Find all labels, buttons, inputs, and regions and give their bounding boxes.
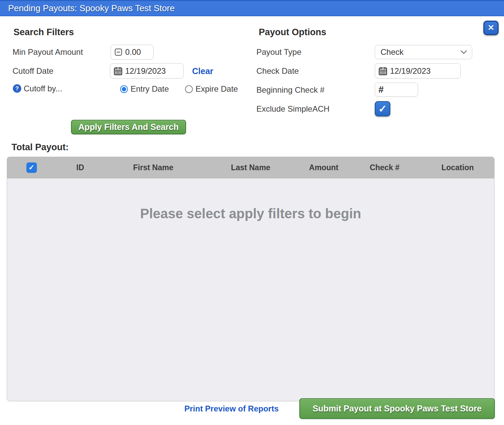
check-date-input-box[interactable] [375,63,461,79]
table-body: Please select apply filters to begin [7,178,494,401]
payout-options-heading: Payout Options [259,27,326,38]
hash-icon: # [379,85,384,95]
cutoff-by-label: Cutoff by... [24,84,62,93]
help-icon[interactable]: ? [13,84,21,93]
close-button[interactable]: ✕ [483,21,499,35]
title-bar: Pending Payouts: Spooky Paws Test Store [0,0,504,16]
select-all-checkbox[interactable]: ✓ [26,162,37,173]
submit-payout-button[interactable]: Submit Payout at Spooky Paws Test Store [299,398,495,419]
cutoff-date-label: Cutoff Date [13,66,53,76]
beginning-check-input-box[interactable]: # [375,83,418,97]
total-payout-label: Total Payout: [12,142,69,153]
min-payout-input-box[interactable] [111,45,154,60]
exclude-simpleach-label: Exclude SimpleACH [256,104,329,114]
column-header-id[interactable]: ID [56,163,105,172]
print-preview-link[interactable]: Print Preview of Reports [184,404,279,413]
radio-circle-icon[interactable] [185,85,193,93]
chevron-down-icon [460,50,467,54]
radio-circle-selected-icon[interactable] [120,85,128,93]
calendar-icon [379,67,387,75]
column-header-first-name[interactable]: First Name [105,163,202,172]
payout-type-label: Payout Type [256,47,301,57]
entry-date-radio-label: Entry Date [131,84,169,94]
column-header-check-number[interactable]: Check # [348,163,421,172]
search-filters-heading: Search Filters [14,27,74,38]
column-header-location[interactable]: Location [421,163,494,172]
entry-date-radio[interactable]: Entry Date [120,84,169,94]
pending-payouts-dialog: Pending Payouts: Spooky Paws Test Store … [0,0,504,425]
select-all-cell: ✓ [7,162,56,173]
minus-square-icon [114,48,122,56]
beginning-check-input[interactable] [386,85,414,94]
cutoff-date-input[interactable] [125,66,180,76]
column-header-last-name[interactable]: Last Name [202,163,299,172]
min-payout-label: Min Payout Amount [13,47,83,57]
table-header-row: ✓ ID First Name Last Name Amount Check #… [7,157,494,178]
expire-date-radio[interactable]: Expire Date [185,84,238,94]
check-date-label: Check Date [256,66,299,76]
clear-cutoff-date-link[interactable]: Clear [192,66,213,76]
payout-type-select[interactable]: Check [375,45,472,59]
apply-filters-button[interactable]: Apply Filters And Search [71,120,186,134]
cutoff-date-input-box[interactable] [110,63,184,79]
exclude-simpleach-checkbox[interactable]: ✓ [375,101,390,116]
expire-date-radio-label: Expire Date [196,84,238,94]
payout-table: ✓ ID First Name Last Name Amount Check #… [7,157,495,401]
empty-table-message: Please select apply filters to begin [7,178,494,221]
min-payout-input[interactable] [125,47,150,57]
check-date-input[interactable] [390,66,457,76]
column-header-amount[interactable]: Amount [299,163,348,172]
payout-type-value: Check [381,47,404,57]
calendar-icon [114,67,122,75]
dialog-title: Pending Payouts: Spooky Paws Test Store [8,3,175,14]
beginning-check-label: Beginning Check # [256,85,324,95]
